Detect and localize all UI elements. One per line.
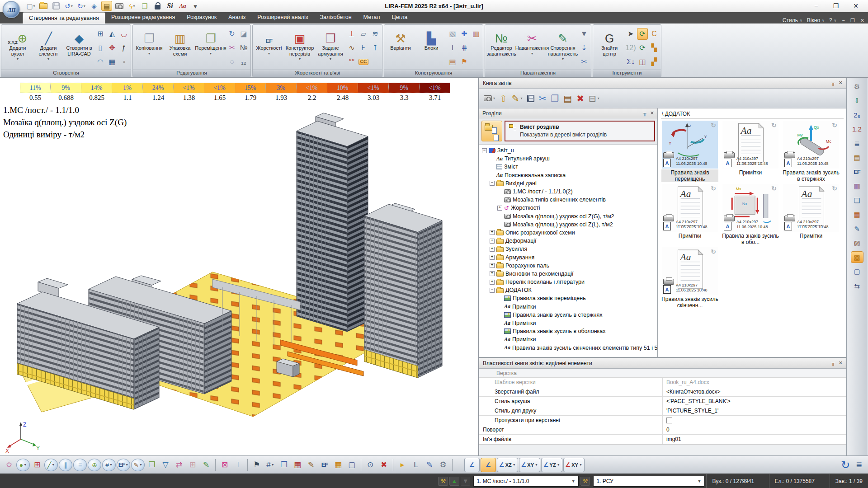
redo-button[interactable]: ↻▾ [76, 1, 87, 11]
pen-plus-button[interactable]: ✚ [459, 28, 470, 40]
tree-item[interactable]: +Розрахунок паль [480, 262, 656, 270]
pin-icon[interactable]: ╥ [643, 110, 646, 116]
tree-item[interactable]: +↺Жорсткості [480, 204, 656, 212]
pile-button[interactable]: ⊺ [370, 42, 381, 54]
flip-blocks-button[interactable]: ⇄ [173, 459, 185, 471]
sections-content-button[interactable] [481, 121, 502, 141]
new-file-button[interactable]: ▢▾ [25, 1, 36, 11]
filter-button[interactable]: ▽ [159, 459, 172, 471]
thumbnail-item[interactable]: Aa↻AA4 210x29711.06.2025 10:48Правила зн… [661, 247, 719, 309]
expand-icon[interactable]: + [490, 280, 495, 285]
add-element-button[interactable]: ╱Додати елемент▾ [33, 26, 63, 69]
rb-delete-button[interactable]: ✖ [576, 94, 584, 103]
tree-item[interactable]: −Звіт_u [480, 146, 656, 155]
expand-icon[interactable]: + [490, 271, 495, 276]
select-polygon-button[interactable]: ✩ [3, 459, 15, 471]
rb-snapshot-button[interactable]: ▾ [484, 95, 495, 101]
dome-gen-button[interactable]: ◠ [95, 56, 106, 68]
scale-cell[interactable]: 3% [266, 83, 297, 93]
grid2-button[interactable]: #▼ [264, 459, 277, 471]
load-cut-button[interactable]: ✂Навантаження▾ [517, 26, 547, 69]
mdi-minimize-button[interactable]: − [842, 18, 844, 23]
tab-3[interactable]: Розрахунок [181, 12, 222, 23]
doc-sheet-button[interactable]: ▢ [345, 459, 358, 471]
tree-item[interactable]: +AaПояснювальна записка [480, 171, 656, 179]
thumbnail-item[interactable]: zYY↻AA4 210x29711.06.2025 10:48Правила з… [661, 121, 719, 182]
tree-item[interactable]: +AaПримітки [480, 319, 656, 327]
scale-cell[interactable]: 15% [235, 83, 266, 93]
pin-tiles-button[interactable]: ▞ [649, 56, 660, 68]
mirror-tool-button[interactable]: ◪ [238, 28, 249, 40]
model-viewport[interactable]: 11%9%14%1%24%<1%<1%15%3%<1%10%<1%9%<1% 0… [0, 78, 479, 455]
tree-item[interactable]: +Правила знаків зусиль в оболонках [480, 327, 656, 335]
checkbox[interactable] [666, 418, 672, 423]
tree-item[interactable]: +Зусилля [480, 245, 656, 253]
tree-item[interactable]: +Зміст [480, 163, 656, 171]
more-button[interactable]: ▾ [190, 1, 201, 11]
view-xz-button[interactable]: ∠XZ▼ [497, 458, 518, 472]
page-number-button[interactable]: № [238, 42, 249, 54]
tab-6[interactable]: Залізобетон [314, 12, 357, 23]
model-cube-button[interactable]: ◈ [89, 1, 99, 11]
supports-button[interactable]: ⊥ [346, 28, 357, 40]
tab-4[interactable]: Аналіз [222, 12, 251, 23]
scale-cell[interactable]: 1% [112, 83, 143, 93]
view-iso-button[interactable]: ∠ [464, 458, 480, 472]
loadcase-mode-icon[interactable]: ⚒ [438, 477, 448, 486]
zoom-button[interactable]: ⊙ [364, 459, 377, 471]
tab-8[interactable]: Цегла [386, 12, 414, 23]
close-icon[interactable]: ✕ [839, 360, 843, 366]
rv-layers-button[interactable]: ❏ [851, 194, 863, 206]
pages-blue-button[interactable]: ❐ [278, 459, 290, 471]
expand-icon[interactable]: + [490, 255, 495, 260]
sections-content-hint[interactable]: Вміст розділів Показувати в дереві вміст… [505, 121, 655, 141]
hammer-button[interactable]: ⚒Варіанти [386, 26, 415, 69]
rb-print-button[interactable]: ⊟▾ [589, 94, 599, 103]
concrete-button[interactable]: ▧ [447, 28, 458, 40]
rb-paste-button[interactable]: ▤ [563, 94, 572, 103]
close-icon[interactable]: ✕ [650, 110, 654, 116]
c-tiles-button[interactable]: C [649, 28, 660, 40]
tree-item[interactable]: −ДОДАТОК [480, 286, 656, 294]
tiles-down-button[interactable]: ▚ [649, 42, 660, 54]
snapshot-camera-button[interactable] [114, 1, 125, 11]
rv-chart-button[interactable]: ▥ [851, 180, 863, 192]
thumbnail-item[interactable]: QxMcMy↻AA4 210x29711.06.2025 10:48Правил… [782, 121, 840, 182]
property-value[interactable]: 0 [663, 425, 846, 434]
scale-cell[interactable]: <1% [297, 83, 327, 93]
load-scissors-button[interactable]: ✂ [579, 56, 590, 68]
scale-cell[interactable]: 9% [51, 83, 81, 93]
section-builder-button[interactable]: ▣Конструктор перерізів▾ [285, 26, 315, 69]
tree-item[interactable]: +Опис розрахункової схеми [480, 229, 656, 237]
undo-button[interactable]: ↺▾ [63, 1, 74, 11]
scale-cell[interactable]: <1% [358, 83, 389, 93]
mdi-close-button[interactable]: ✕ [860, 18, 864, 23]
rv-mosaic-button[interactable]: ▤ [851, 152, 863, 164]
arc-gen-button[interactable]: ◡ [118, 28, 129, 40]
diagram-button[interactable]: ◫ [637, 56, 648, 68]
block-3d-button[interactable]: ❒ [146, 459, 158, 471]
menu-3[interactable]: ?∨ [829, 17, 837, 23]
tree-item[interactable]: +AaПримітки [480, 303, 656, 311]
lock-button[interactable] [152, 1, 163, 11]
rsu-icon[interactable]: ⚒ [580, 477, 590, 486]
thumbnail-image[interactable]: zYY↻AA4 210x29711.06.2025 10:48 [662, 121, 718, 169]
clear-red-button[interactable]: ✖ [377, 459, 390, 471]
restore-button[interactable]: ❐ [832, 2, 840, 9]
property-value[interactable] [663, 416, 846, 425]
tab-2[interactable]: Розширене редагування [105, 12, 181, 23]
given-rebar-button[interactable]: ❒Задане армування▾ [316, 26, 345, 69]
select-mesh-button[interactable]: ◌ [226, 56, 237, 68]
view-yz-button[interactable]: ∠YZ▼ [541, 458, 562, 472]
weight-button[interactable]: ▼ [579, 28, 590, 40]
ef-tool-button[interactable]: EF [318, 459, 331, 471]
open-folder-button[interactable] [38, 1, 49, 11]
run-lightning-button[interactable]: ϟ▾ [127, 1, 137, 11]
thumbnail-item[interactable]: Aa↻AA4 210x29711.06.2025 10:48Примітки [782, 184, 840, 245]
mast-button[interactable]: ⊺ [232, 459, 245, 471]
scale-cell[interactable]: 11% [20, 83, 51, 93]
xframe-button[interactable]: ⊠ [218, 459, 231, 471]
cc-button[interactable]: CC [358, 56, 369, 68]
collapse-icon[interactable]: − [482, 148, 487, 153]
scale-cell[interactable]: 14% [81, 83, 112, 93]
